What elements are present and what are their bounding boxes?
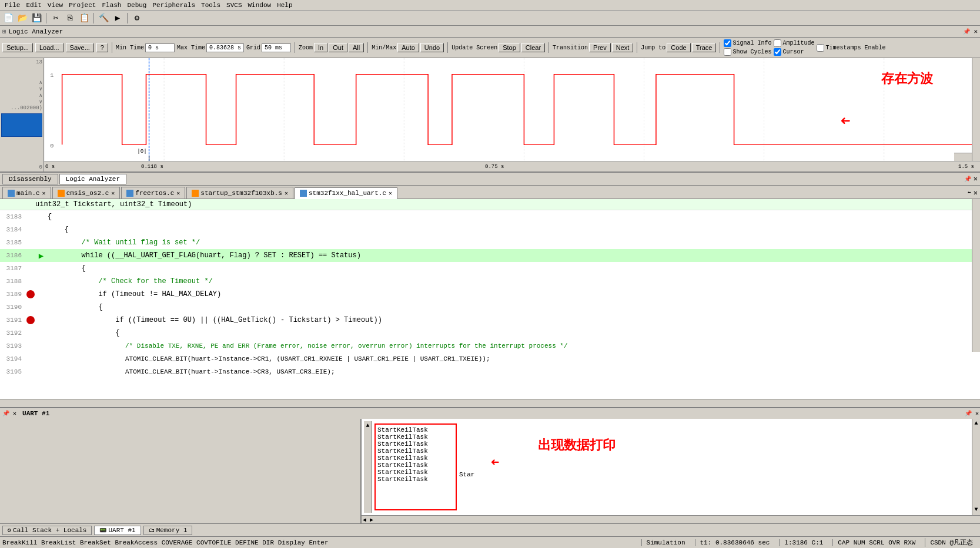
- memory1-tab[interactable]: 🗂 Memory 1: [143, 526, 193, 535]
- edit-menu[interactable]: Edit: [24, 2, 44, 9]
- save-icon[interactable]: 💾: [31, 12, 42, 24]
- build-icon[interactable]: 🔨: [98, 12, 109, 24]
- uart-scrollbar-v[interactable]: ▲ ▼: [972, 419, 980, 515]
- debug-icon[interactable]: ▶: [112, 12, 123, 24]
- code-section: main.c ✕ cmsis_os2.c ✕ freertos.c ✕ star…: [0, 186, 980, 407]
- file-menu[interactable]: File: [2, 2, 22, 9]
- code-scrollbar-h[interactable]: [0, 399, 980, 407]
- tab-main-c[interactable]: main.c ✕: [2, 187, 51, 199]
- csdn-watermark: CSDN @凡正态: [925, 538, 978, 547]
- help-button[interactable]: ?: [96, 43, 108, 52]
- waveform-svg: 1 0 |0|: [44, 58, 980, 161]
- call-stack-icon: ⚙: [8, 527, 11, 534]
- jump-trace-button[interactable]: Trace: [692, 43, 717, 52]
- uart-scrollbar-up[interactable]: ▲: [364, 421, 372, 513]
- main-layout: File Edit View Project Flash Debug Perip…: [0, 0, 980, 548]
- memory1-icon: 🗂: [149, 527, 155, 534]
- code-line-3193: 3193 /* Disable TXE, RXNE, PE and ERR (F…: [0, 339, 980, 352]
- uart-line-8: StartKeilTask: [377, 476, 454, 483]
- signal-info-checkbox[interactable]: Signal Info: [724, 39, 771, 47]
- code-line-3195: 3195 ATOMIC_CLEAR_BIT(huart->Instance->C…: [0, 365, 980, 378]
- flash-menu[interactable]: Flash: [99, 2, 123, 9]
- disassembly-tab[interactable]: Disassembly: [2, 174, 58, 184]
- la-close-btn[interactable]: ✕: [974, 174, 978, 183]
- la-sidebar: 13 ∧∨∧∨...002000) 0: [0, 58, 44, 172]
- load-button[interactable]: Load...: [35, 43, 63, 52]
- la-scrollbar-v[interactable]: [972, 58, 980, 161]
- tab-freertos-close[interactable]: ✕: [176, 190, 180, 197]
- call-stack-tab[interactable]: ⚙ Call Stack + Locals: [2, 526, 92, 535]
- jump-code-button[interactable]: Code: [667, 43, 690, 52]
- paste-icon[interactable]: 📋: [78, 12, 90, 24]
- la-waveform-area: 13 ∧∨∧∨...002000) 0: [0, 58, 980, 173]
- code-line-3194: 3194 ATOMIC_CLEAR_BIT(huart->Instance->C…: [0, 352, 980, 365]
- uart-line-2: StartKeilTask: [377, 433, 454, 441]
- la-sep-7: [720, 42, 720, 53]
- svcs-menu[interactable]: SVCS: [224, 2, 244, 9]
- minmax-auto-button[interactable]: Auto: [397, 43, 419, 52]
- la-pin-icon[interactable]: 📌: [963, 28, 970, 35]
- la-sep-1: [112, 42, 112, 53]
- view-menu[interactable]: View: [45, 2, 65, 9]
- tab-hal-uart[interactable]: stm32f1xx_hal_uart.c ✕: [295, 187, 397, 199]
- tab-cmsis-os2[interactable]: cmsis_os2.c ✕: [52, 187, 121, 199]
- window-menu[interactable]: Window: [246, 2, 274, 9]
- code-scrollbar-v[interactable]: [972, 199, 980, 352]
- code-line-3187: 3187 {: [0, 262, 980, 275]
- save-button[interactable]: Save...: [66, 43, 94, 52]
- tools-menu[interactable]: Tools: [199, 2, 223, 9]
- logic-analyzer-tab[interactable]: Logic Analyzer: [59, 174, 126, 184]
- editor-pin-btn[interactable]: ⬅: [968, 189, 971, 196]
- peripherals-menu[interactable]: Peripherals: [150, 2, 198, 9]
- transition-prev-button[interactable]: Prev: [589, 43, 611, 52]
- update-clear-button[interactable]: Clear: [521, 43, 545, 52]
- open-icon[interactable]: 📂: [16, 12, 28, 24]
- tab-startup[interactable]: startup_stm32f103xb.s ✕: [186, 187, 293, 199]
- uart-annotation: 出现数据打印: [538, 436, 616, 454]
- new-icon[interactable]: 📄: [2, 12, 14, 24]
- minmax-undo-button[interactable]: Undo: [420, 43, 444, 52]
- la-pin-btn[interactable]: 📌: [964, 176, 971, 183]
- editor-close-btn[interactable]: ✕: [974, 189, 978, 197]
- la-sep-5: [548, 42, 549, 53]
- bp-3195: [26, 368, 35, 376]
- help-menu[interactable]: Help: [275, 2, 295, 9]
- tab-cmsis-close[interactable]: ✕: [111, 190, 115, 197]
- uart-close-btn[interactable]: ✕: [975, 410, 979, 417]
- uart1-tab[interactable]: 📟 UART #1: [94, 526, 141, 535]
- bottom-tabs-bar: ⚙ Call Stack + Locals 📟 UART #1 🗂 Memory…: [0, 523, 980, 536]
- project-menu[interactable]: Project: [66, 2, 98, 9]
- bottom-panel-pin[interactable]: 📌: [2, 410, 9, 417]
- la-toolbar: Setup... Load... Save... ? Min Time 0 s …: [0, 38, 980, 58]
- uart-scrollbar-h[interactable]: ◀ ▶: [362, 515, 980, 523]
- transition-next-button[interactable]: Next: [612, 43, 634, 52]
- la-close-icon[interactable]: ✕: [974, 28, 978, 35]
- la-waveform[interactable]: 1 0 |0| 0 s 0.118 s 0.75 s 1.5 s 存在方波 ➜: [44, 58, 980, 172]
- tab-startup-close[interactable]: ✕: [285, 190, 288, 197]
- la-sep-4: [447, 42, 448, 53]
- jumpto-group: Jump to Code Trace: [641, 43, 716, 52]
- bottom-panel-close-x[interactable]: ✕: [13, 410, 16, 417]
- zoom-in-button[interactable]: In: [314, 43, 327, 52]
- tab-main-c-close[interactable]: ✕: [42, 190, 46, 197]
- copy-icon[interactable]: ⎘: [64, 12, 76, 24]
- debug-menu[interactable]: Debug: [125, 2, 149, 9]
- tab-hal-uart-close[interactable]: ✕: [389, 190, 392, 197]
- zoom-out-button[interactable]: Out: [329, 43, 347, 52]
- timestamps-checkbox[interactable]: Timestamps Enable: [817, 44, 885, 52]
- cut-icon[interactable]: ✂: [50, 12, 62, 24]
- code-line-3186: 3186 ▶ while ((__HAL_UART_GET_FLAG(huart…: [0, 249, 980, 262]
- uart-panel: ▲ StartKeilTask StartKeilTask StartKeilT…: [362, 419, 980, 523]
- amplitude-checkbox[interactable]: Amplitude: [774, 39, 814, 47]
- settings-icon[interactable]: ⚙: [131, 12, 143, 24]
- cursor-checkbox[interactable]: Cursor: [774, 48, 814, 56]
- show-cycles-checkbox[interactable]: Show Cycles: [724, 48, 771, 56]
- svg-text:0: 0: [50, 143, 53, 149]
- uart-pin-btn[interactable]: 📌: [965, 410, 972, 417]
- setup-button[interactable]: Setup...: [2, 43, 33, 52]
- bottom-left-panel: [0, 419, 362, 523]
- tab-freertos[interactable]: freertos.c ✕: [121, 187, 185, 199]
- update-stop-button[interactable]: Stop: [499, 43, 520, 52]
- uart-title: UART #1: [22, 410, 49, 417]
- zoom-all-button[interactable]: All: [349, 43, 364, 52]
